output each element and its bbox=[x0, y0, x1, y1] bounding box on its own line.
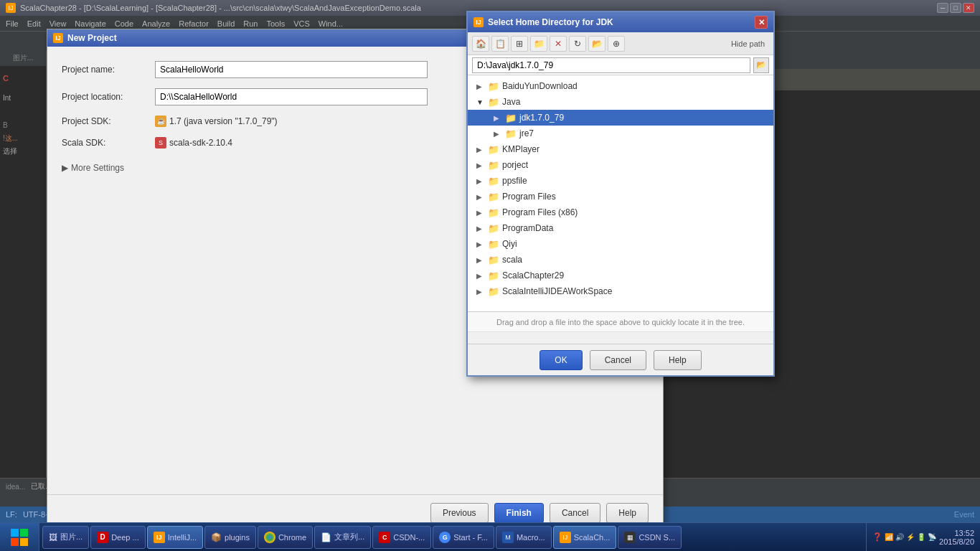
tray-network-icon: 📶 bbox=[885, 533, 893, 541]
folder-icon-scalaidea: 📁 bbox=[488, 286, 499, 297]
toolbar-copy-button[interactable]: 📁 bbox=[530, 36, 547, 52]
tree-item-scalaidea[interactable]: ▶ 📁 ScalaIntelliJIDEAWorkSpace bbox=[468, 283, 773, 299]
maximize-button[interactable]: □ bbox=[950, 3, 961, 13]
scala-sdk-label: Scala SDK: bbox=[62, 138, 155, 148]
toolbar-delete-button[interactable]: ✕ bbox=[550, 36, 567, 52]
taskbar-item-csdn-s[interactable]: ▦ CSDN S... bbox=[618, 526, 682, 549]
tray-volume-icon: 🔊 bbox=[895, 533, 904, 541]
taskbar-item-plugins[interactable]: 📦 plugins bbox=[204, 526, 256, 549]
jdk-ok-button[interactable]: OK bbox=[540, 350, 582, 370]
taskbar-item-macro[interactable]: M Macro... bbox=[496, 526, 552, 549]
toolbar-extra-button[interactable]: ⊕ bbox=[608, 36, 625, 52]
jdk-path-bar: 📂 bbox=[468, 55, 773, 75]
hide-path-button[interactable]: Hide path bbox=[727, 38, 769, 50]
finish-button[interactable]: Finish bbox=[494, 503, 544, 523]
tree-arrow-java: ▼ bbox=[476, 98, 485, 106]
tree-item-scalachapter29[interactable]: ▶ 📁 ScalaChapter29 bbox=[468, 268, 773, 283]
tree-item-scala[interactable]: ▶ 📁 scala bbox=[468, 252, 773, 268]
menu-view[interactable]: View bbox=[50, 19, 67, 28]
tree-item-baiduyun[interactable]: ▶ 📁 BaiduYunDownload bbox=[468, 78, 773, 94]
toolbar-expand-button[interactable]: ⊞ bbox=[511, 36, 528, 52]
menu-edit[interactable]: Edit bbox=[27, 19, 41, 28]
tree-label-programdata: ProgramData bbox=[502, 223, 553, 233]
tree-item-jdk[interactable]: ▶ 📁 jdk1.7.0_79 bbox=[468, 110, 773, 126]
jdk-dialog-title: Select Home Directory for JDK bbox=[488, 17, 613, 27]
menu-tools[interactable]: Tools bbox=[266, 19, 285, 28]
taskbar-item-scala[interactable]: IJ ScalaCh... bbox=[553, 526, 617, 549]
tree-arrow-porject: ▶ bbox=[476, 161, 485, 169]
jdk-close-button[interactable]: ✕ bbox=[755, 16, 768, 29]
menu-vcs[interactable]: VCS bbox=[293, 19, 310, 28]
project-name-input[interactable] bbox=[155, 61, 428, 78]
start-button[interactable] bbox=[0, 523, 39, 552]
tree-item-programdata[interactable]: ▶ 📁 ProgramData bbox=[468, 220, 773, 236]
tree-label-java: Java bbox=[502, 97, 520, 107]
jdk-cancel-button[interactable]: Cancel bbox=[590, 350, 646, 370]
jdk-dialog-icon: IJ bbox=[473, 17, 484, 27]
scala-sdk-value: S scala-sdk-2.10.4 bbox=[155, 137, 232, 149]
jdk-path-browse-button[interactable]: 📂 bbox=[753, 57, 769, 73]
tree-label-jdk: jdk1.7.0_79 bbox=[519, 113, 564, 123]
toolbar-refresh-button[interactable]: ↻ bbox=[569, 36, 586, 52]
tray-power-icon: ⚡ bbox=[906, 533, 915, 541]
image-panel-title[interactable]: 图片... bbox=[0, 50, 46, 66]
menu-run[interactable]: Run bbox=[243, 19, 258, 28]
menu-navigate[interactable]: Navigate bbox=[75, 19, 105, 28]
taskbar-items: 🖼 图片... D Deep ... IJ IntelliJ... 📦 plug… bbox=[39, 523, 866, 552]
tree-item-programfilesx86[interactable]: ▶ 📁 Program Files (x86) bbox=[468, 204, 773, 220]
folder-icon-ppsfile: 📁 bbox=[488, 176, 499, 187]
menu-window[interactable]: Wind... bbox=[319, 19, 343, 28]
jdk-help-button[interactable]: Help bbox=[654, 350, 702, 370]
taskbar: 🖼 图片... D Deep ... IJ IntelliJ... 📦 plug… bbox=[0, 522, 980, 551]
new-project-cancel-button[interactable]: Cancel bbox=[550, 503, 600, 523]
tree-arrow-jdk: ▶ bbox=[494, 114, 502, 122]
menu-analyze[interactable]: Analyze bbox=[142, 19, 170, 28]
project-sdk-label: Project SDK: bbox=[62, 116, 155, 126]
sdk-scala-icon: S bbox=[155, 137, 166, 149]
toolbar-new-folder-button[interactable]: 📂 bbox=[588, 36, 606, 52]
jdk-directory-tree[interactable]: ▶ 📁 BaiduYunDownload ▼ 📁 Java ▶ 📁 jdk1.7… bbox=[468, 75, 773, 312]
project-sdk-value: ☕ 1.7 (java version "1.7.0_79") bbox=[155, 116, 278, 127]
tree-item-kmplayer[interactable]: ▶ 📁 KMPlayer bbox=[468, 141, 773, 157]
tree-item-programfiles[interactable]: ▶ 📁 Program Files bbox=[468, 189, 773, 204]
jdk-dialog: IJ Select Home Directory for JDK ✕ 🏠 📋 ⊞… bbox=[466, 11, 775, 377]
tree-item-jre7[interactable]: ▶ 📁 jre7 bbox=[468, 126, 773, 141]
taskbar-item-start-f[interactable]: G Start - F... bbox=[433, 526, 494, 549]
taskbar-item-intellij[interactable]: IJ IntelliJ... bbox=[147, 526, 203, 549]
minimize-button[interactable]: ─ bbox=[937, 3, 948, 13]
tray-wifi-icon: 📡 bbox=[928, 533, 936, 541]
new-project-help-button[interactable]: Help bbox=[606, 503, 649, 523]
taskbar-item-article[interactable]: 📄 文章列... bbox=[314, 526, 371, 549]
tree-item-porject[interactable]: ▶ 📁 porject bbox=[468, 157, 773, 173]
taskbar-item-chrome[interactable]: Chrome bbox=[258, 526, 313, 549]
tray-battery-icon: 🔋 bbox=[917, 533, 925, 541]
jdk-path-input[interactable] bbox=[472, 57, 750, 73]
previous-button[interactable]: Previous bbox=[430, 503, 489, 523]
toolbar-home-button[interactable]: 🏠 bbox=[472, 36, 489, 52]
taskbar-item-deep[interactable]: D Deep ... bbox=[90, 526, 146, 549]
sdk-java-icon: ☕ bbox=[155, 116, 166, 127]
tree-label-programfilesx86: Program Files (x86) bbox=[502, 207, 578, 217]
menu-refactor[interactable]: Refactor bbox=[179, 19, 209, 28]
tree-label-qiyi: Qiyi bbox=[502, 239, 517, 249]
csdn-icon: C bbox=[379, 532, 390, 543]
taskbar-item-image[interactable]: 🖼 图片... bbox=[42, 526, 89, 549]
tree-item-ppsfile[interactable]: ▶ 📁 ppsfile bbox=[468, 173, 773, 189]
taskbar-item-csdn[interactable]: C CSDN-... bbox=[372, 526, 431, 549]
folder-icon-scala: 📁 bbox=[488, 255, 499, 265]
article-icon: 📄 bbox=[321, 532, 331, 542]
status-encoding: UTF-8+ bbox=[23, 510, 50, 519]
tree-item-java[interactable]: ▼ 📁 Java bbox=[468, 94, 773, 110]
menu-code[interactable]: Code bbox=[115, 19, 133, 28]
tree-arrow-ppsfile: ▶ bbox=[476, 177, 485, 185]
tree-arrow-programfiles: ▶ bbox=[476, 193, 485, 201]
more-settings-arrow: ▶ bbox=[62, 163, 68, 173]
project-location-input[interactable] bbox=[155, 88, 428, 105]
toolbar-up-button[interactable]: 📋 bbox=[491, 36, 509, 52]
menu-build[interactable]: Build bbox=[217, 19, 235, 28]
tree-item-qiyi[interactable]: ▶ 📁 Qiyi bbox=[468, 236, 773, 252]
close-button[interactable]: ✕ bbox=[963, 3, 974, 13]
left-content: C Int B !这... 选择 bbox=[0, 66, 46, 164]
menu-file[interactable]: File bbox=[6, 19, 19, 28]
svg-rect-1 bbox=[20, 529, 28, 537]
